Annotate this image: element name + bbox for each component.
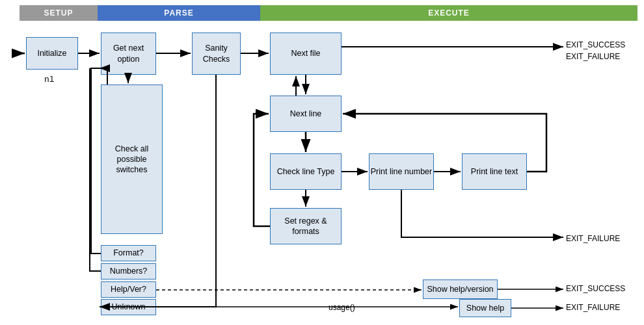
next-file-box: Next file [270, 32, 342, 75]
numbers-box: Numbers? [101, 263, 156, 280]
phase-setup: SETUP [20, 5, 98, 21]
sanity-checks-box: Sanity Checks [192, 32, 241, 75]
format-box: Format? [101, 245, 156, 261]
unknown-box: Unknown [101, 299, 156, 315]
check-line-type-box: Check line Type [270, 153, 342, 190]
helpver-box: Help/Ver? [101, 281, 156, 298]
phase-execute: EXECUTE [260, 5, 637, 21]
exit-failure-3: EXIT_FAILURE [566, 303, 620, 312]
print-line-number-box: Print line number [369, 153, 434, 190]
exit-failure-2: EXIT_FAILURE [566, 234, 620, 243]
print-line-text-box: Print line text [462, 153, 527, 190]
set-regex-box: Set regex & formats [270, 208, 342, 244]
exit-success-1: EXIT_SUCCESS [566, 40, 625, 49]
phase-bar: SETUP PARSE EXECUTE [20, 5, 637, 21]
usage-label: usage() [329, 303, 355, 312]
phase-parse: PARSE [98, 5, 260, 21]
show-help-box: Show help [459, 299, 511, 317]
exit-success-2: EXIT_SUCCESS [566, 284, 625, 293]
check-switches-box: Check all possible switches [101, 84, 163, 234]
show-help-version-box: Show help/version [423, 280, 498, 299]
initialize-box: Initialize [26, 37, 78, 70]
nl-label: nl [44, 75, 55, 84]
exit-failure-1: EXIT_FAILURE [566, 52, 620, 61]
next-line-box: Next line [270, 96, 342, 132]
get-next-option-box: Get next option [101, 32, 156, 75]
